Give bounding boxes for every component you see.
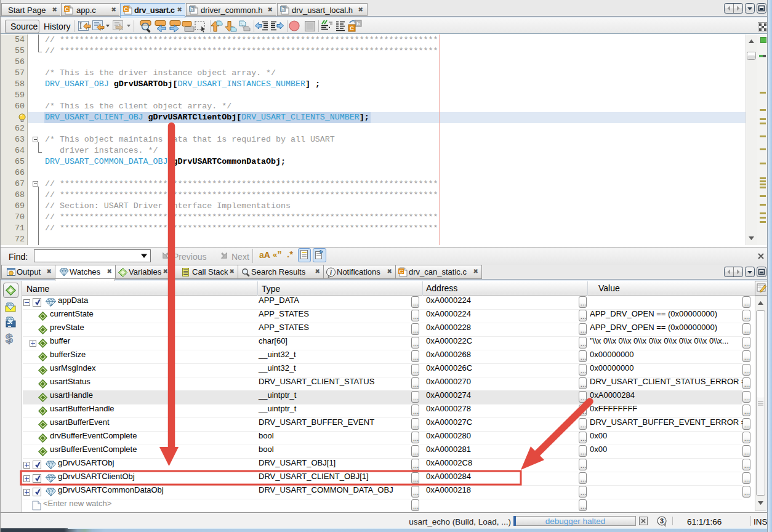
- svg-text:C: C: [65, 6, 69, 12]
- svg-text:C: C: [124, 6, 128, 12]
- svg-text:C: C: [350, 25, 354, 31]
- svg-text:h: h: [357, 21, 360, 26]
- svg-text:h: h: [190, 6, 194, 12]
- svg-text:3: 3: [660, 517, 664, 525]
- svg-text:C: C: [399, 268, 403, 275]
- svg-text:h: h: [281, 6, 285, 12]
